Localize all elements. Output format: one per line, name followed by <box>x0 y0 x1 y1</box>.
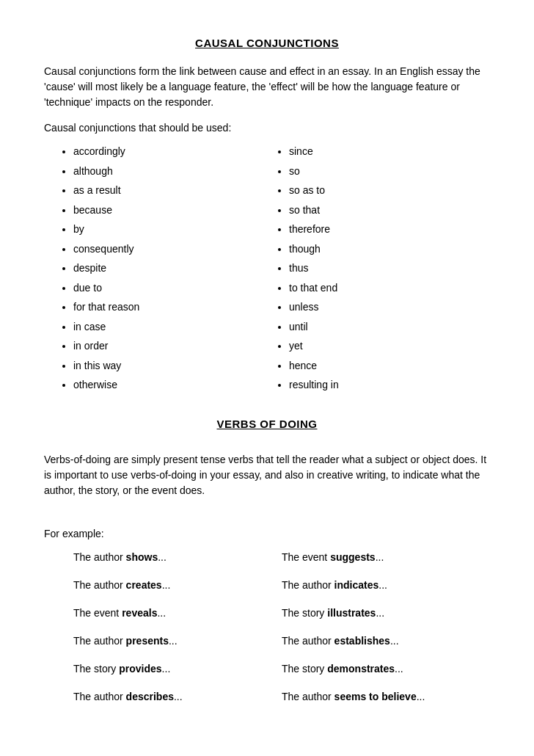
list-item: by <box>73 220 274 239</box>
example-cell-left: The author describes... <box>73 691 282 702</box>
intro-paragraph: Causal conjunctions form the link betwee… <box>44 64 490 110</box>
example-cell-left: The event reveals... <box>73 607 282 619</box>
list-item: unless <box>289 298 490 316</box>
example-cell-right: The author indicates... <box>282 579 490 591</box>
list-item: so as to <box>289 181 490 200</box>
examples-table: The author shows...The event suggests...… <box>44 551 490 702</box>
verbs-intro: Verbs-of-doing are simply present tense … <box>44 452 490 498</box>
example-cell-left: The author presents... <box>73 635 282 647</box>
list-item: to that end <box>289 279 490 297</box>
list-item: since <box>289 142 490 161</box>
page-title: CAUSAL CONJUNCTIONS <box>44 37 490 49</box>
list-item: until <box>289 318 490 336</box>
list-item: because <box>73 201 274 219</box>
list-item: so <box>289 162 490 181</box>
verbs-section: Verbs-of-doing are simply present tense … <box>44 452 490 702</box>
example-row: The author creates...The author indicate… <box>73 579 490 591</box>
example-cell-left: The author shows... <box>73 551 282 563</box>
list-item: thus <box>289 259 490 277</box>
example-cell-right: The story illustrates... <box>282 607 490 619</box>
list-item: therefore <box>289 220 490 239</box>
list-item: in case <box>73 318 274 336</box>
example-row: The story provides...The story demonstra… <box>73 663 490 675</box>
list-item: as a result <box>73 181 274 200</box>
example-cell-right: The event suggests... <box>282 551 490 563</box>
conjunctions-list-container: accordinglyalthoughas a resultbecausebyc… <box>44 142 490 396</box>
list-item: for that reason <box>73 298 274 316</box>
right-conjunctions-list: sincesoso as toso thatthereforethoughthu… <box>274 142 490 396</box>
list-item: despite <box>73 259 274 277</box>
list-item: accordingly <box>73 142 274 161</box>
example-cell-left: The story provides... <box>73 663 282 675</box>
list-intro: Causal conjunctions that should be used: <box>44 122 490 134</box>
example-cell-right: The author establishes... <box>282 635 490 647</box>
list-item: yet <box>289 337 490 355</box>
list-item: in order <box>73 337 274 355</box>
section2-title: VERBS OF DOING <box>44 418 490 430</box>
example-cell-left: The author creates... <box>73 579 282 591</box>
example-row: The event reveals...The story illustrate… <box>73 607 490 619</box>
list-item: though <box>289 240 490 258</box>
list-item: although <box>73 162 274 181</box>
list-item: in this way <box>73 357 274 375</box>
example-row: The author describes...The author seems … <box>73 691 490 702</box>
list-item: so that <box>289 201 490 219</box>
list-item: otherwise <box>73 376 274 394</box>
list-item: resulting in <box>289 376 490 394</box>
for-example-label: For example: <box>44 528 490 539</box>
left-conjunctions-list: accordinglyalthoughas a resultbecausebyc… <box>59 142 274 396</box>
list-item: hence <box>289 357 490 375</box>
list-item: due to <box>73 279 274 297</box>
example-row: The author shows...The event suggests... <box>73 551 490 563</box>
list-item: consequently <box>73 240 274 258</box>
example-cell-right: The story demonstrates... <box>282 663 490 675</box>
example-row: The author presents...The author establi… <box>73 635 490 647</box>
example-cell-right: The author seems to believe... <box>282 691 490 702</box>
